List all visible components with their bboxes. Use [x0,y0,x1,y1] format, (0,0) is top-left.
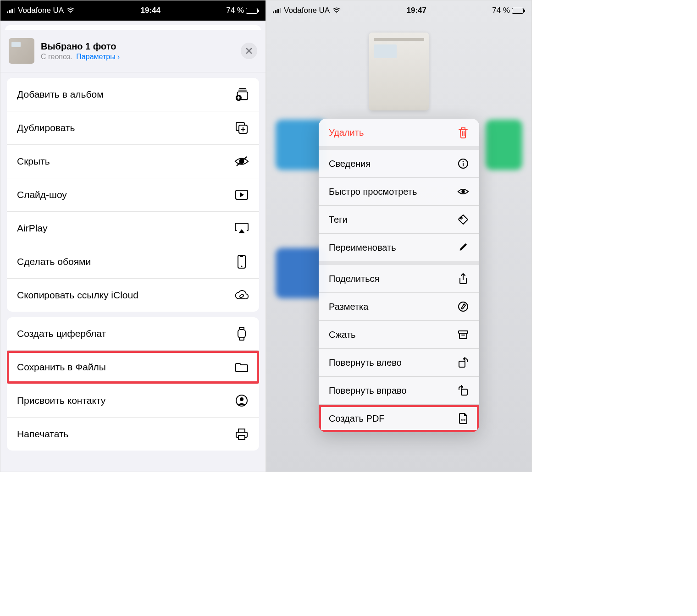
share-header: Выбрано 1 фото С геопоз. Параметры › [0,30,266,72]
menu-label: Поделиться [329,274,379,284]
svg-rect-23 [459,361,465,367]
menu-label: Быстро просмотреть [329,187,417,197]
status-bar: Vodafone UA 19:44 74 % [0,0,266,21]
menu-rotate-left[interactable]: Повернуть влево [319,349,479,376]
menu-label: Повернуть вправо [329,385,407,396]
svg-rect-22 [459,331,468,333]
battery-icon [512,8,525,14]
menu-label: Сжать [329,330,356,340]
context-menu: УдалитьСведенияБыстро просмотретьТегиПер… [319,119,479,432]
battery-percent: 74 % [226,6,244,15]
close-icon [245,47,253,55]
status-time: 19:47 [406,6,426,15]
slideshow-icon [234,187,249,202]
status-time: 19:44 [140,6,160,15]
close-button[interactable] [241,43,257,59]
trash-icon [457,126,469,138]
menu-markup[interactable]: Разметка [319,293,479,320]
menu-share[interactable]: Поделиться [319,265,479,292]
menu-trash[interactable]: Удалить [319,119,479,146]
action-slideshow[interactable]: Слайд-шоу [7,178,259,212]
battery-icon [246,8,259,14]
menu-label: Удалить [329,127,364,138]
action-hide[interactable]: Скрыть [7,145,259,178]
menu-label: Повернуть влево [329,358,402,368]
menu-info[interactable]: Сведения [319,150,479,177]
airplay-icon [234,221,249,236]
screenshot-left-share-sheet: Vodafone UA 19:44 74 % Выбрано 1 фото С … [0,0,266,472]
action-watchface[interactable]: Создать циферблат [7,317,259,351]
wifi-icon [66,7,75,14]
wallpaper-icon [234,254,249,269]
hide-icon [234,154,249,169]
menu-label: Теги [329,214,348,225]
action-print[interactable]: Напечатать [7,418,259,451]
svg-point-18 [463,161,464,162]
signal-icon [7,8,15,13]
menu-archive[interactable]: Сжать [319,321,479,348]
pencil-icon [457,242,469,253]
archive-icon [457,329,469,341]
svg-rect-9 [240,256,243,257]
status-bar: Vodafone UA 19:47 74 % [266,0,531,21]
share-sheet: Выбрано 1 фото С геопоз. Параметры › Доб… [0,30,266,451]
tag-icon [457,214,469,226]
signal-icon [273,8,281,13]
eye-icon [457,186,469,198]
menu-pencil[interactable]: Переименовать [319,234,479,261]
menu-label: Переименовать [329,242,396,253]
action-label: Создать циферблат [17,328,106,339]
share-title: Выбрано 1 фото [41,41,234,52]
contact-icon [234,393,249,408]
options-link[interactable]: Параметры › [76,53,120,60]
svg-text:PDF: PDF [461,419,465,422]
action-folder[interactable]: Сохранить в Файлы [7,351,259,384]
screenshot-right-context-menu: Vodafone UA 19:47 74 % УдалитьСведенияБы… [266,0,532,472]
svg-rect-24 [461,389,467,395]
action-label: Напечатать [17,429,69,440]
info-icon [457,158,469,170]
menu-label: Создать PDF [329,413,385,424]
wifi-icon [332,7,341,14]
action-label: Сделать обоями [17,256,91,267]
action-label: Дублировать [17,122,75,133]
markup-icon [457,301,469,313]
action-group: Создать циферблатСохранить в ФайлыПрисво… [7,317,259,451]
icloud-link-icon [234,288,249,302]
svg-point-8 [241,266,243,267]
photo-thumbnail[interactable] [9,38,34,64]
pdf-icon: PDF [457,412,469,424]
svg-point-16 [336,12,337,13]
svg-point-19 [461,190,465,193]
menu-tag[interactable]: Теги [319,206,479,233]
action-label: Скрыть [17,156,50,167]
menu-label: Разметка [329,302,368,312]
svg-point-21 [459,302,468,311]
action-wallpaper[interactable]: Сделать обоями [7,245,259,279]
svg-rect-11 [238,330,245,338]
svg-rect-15 [238,435,245,440]
document-preview[interactable] [369,33,429,110]
menu-rotate-right[interactable]: Повернуть вправо [319,377,479,404]
action-group: Добавить в альбомДублироватьСкрытьСлайд-… [7,78,259,312]
rotate-right-icon [457,385,469,396]
action-icloud-link[interactable]: Скопировать ссылку iCloud [7,279,259,312]
action-label: Скопировать ссылку iCloud [17,290,138,301]
action-contact[interactable]: Присвоить контакту [7,384,259,418]
svg-point-13 [240,397,243,401]
action-label: Добавить в альбом [17,89,104,100]
svg-point-10 [239,294,244,298]
watchface-icon [234,326,249,341]
menu-eye[interactable]: Быстро просмотреть [319,178,479,205]
action-airplay[interactable]: AirPlay [7,212,259,245]
action-label: Присвоить контакту [17,395,105,406]
action-add-album[interactable]: Добавить в альбом [7,78,259,111]
action-label: Сохранить в Файлы [17,362,106,373]
action-duplicate[interactable]: Дублировать [7,111,259,145]
svg-point-20 [460,217,462,219]
menu-pdf[interactable]: Создать PDFPDF [319,405,479,432]
share-icon [457,273,469,285]
share-subtitle: С геопоз. Параметры › [41,53,234,61]
svg-point-0 [70,12,71,13]
add-album-icon [234,87,249,102]
